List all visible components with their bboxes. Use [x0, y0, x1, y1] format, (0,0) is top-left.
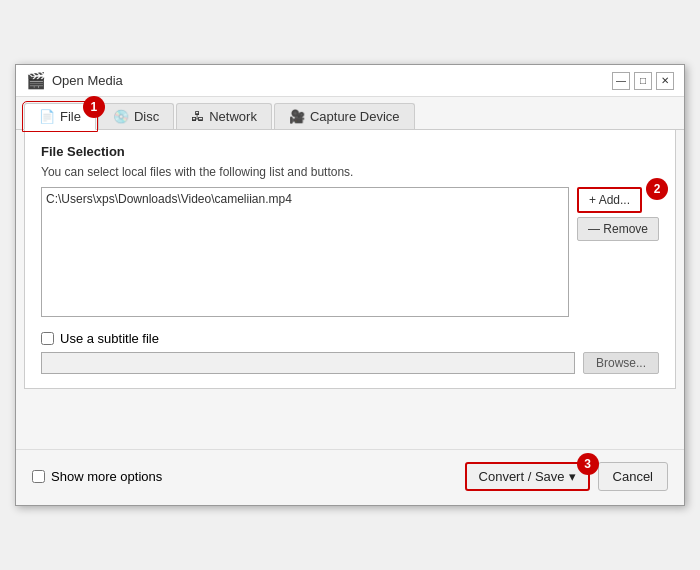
capture-tab-icon: 🎥	[289, 109, 305, 124]
badge-1: 1	[83, 96, 105, 118]
tab-network[interactable]: 🖧 Network	[176, 103, 272, 129]
network-tab-label: Network	[209, 109, 257, 124]
file-path-entry: C:\Users\xps\Downloads\Video\cameliian.m…	[46, 192, 564, 206]
title-bar-left: 🎬 Open Media	[26, 71, 123, 90]
close-button[interactable]: ✕	[656, 72, 674, 90]
open-media-window: 🎬 Open Media — □ ✕ 📄 File 1 💿 Disc 🖧 Net…	[15, 64, 685, 506]
network-tab-icon: 🖧	[191, 109, 204, 124]
convert-save-label: Convert / Save	[479, 469, 565, 484]
show-more-checkbox[interactable]	[32, 470, 45, 483]
bottom-bar: Show more options Convert / Save ▾ 3 Can…	[16, 449, 684, 505]
minimize-button[interactable]: —	[612, 72, 630, 90]
disc-tab-icon: 💿	[113, 109, 129, 124]
tab-file[interactable]: 📄 File 1	[24, 103, 96, 130]
tab-disc[interactable]: 💿 Disc	[98, 103, 174, 129]
capture-tab-label: Capture Device	[310, 109, 400, 124]
title-bar-controls: — □ ✕	[612, 72, 674, 90]
file-tab-icon: 📄	[39, 109, 55, 124]
remove-button[interactable]: — Remove	[577, 217, 659, 241]
add-btn-wrapper: + Add... 2	[577, 187, 659, 213]
subtitle-browse-row: Browse...	[41, 352, 659, 374]
subtitle-checkbox[interactable]	[41, 332, 54, 345]
window-title: Open Media	[52, 73, 123, 88]
subtitle-input[interactable]	[41, 352, 575, 374]
subtitle-checkbox-row: Use a subtitle file	[41, 331, 659, 346]
subtitle-section: Use a subtitle file Browse...	[41, 331, 659, 374]
file-buttons: + Add... 2 — Remove	[577, 187, 659, 241]
show-more-label: Show more options	[51, 469, 162, 484]
section-title: File Selection	[41, 144, 659, 159]
show-more-row: Show more options	[32, 469, 162, 484]
add-button[interactable]: + Add...	[577, 187, 642, 213]
bottom-buttons: Convert / Save ▾ 3 Cancel	[465, 462, 668, 491]
file-tab-label: File	[60, 109, 81, 124]
convert-save-button[interactable]: Convert / Save ▾	[465, 462, 590, 491]
tab-capture[interactable]: 🎥 Capture Device	[274, 103, 415, 129]
disc-tab-label: Disc	[134, 109, 159, 124]
dropdown-arrow: ▾	[569, 469, 576, 484]
badge-3: 3	[577, 453, 599, 475]
subtitle-label: Use a subtitle file	[60, 331, 159, 346]
browse-button[interactable]: Browse...	[583, 352, 659, 374]
section-description: You can select local files with the foll…	[41, 165, 659, 179]
tab-bar: 📄 File 1 💿 Disc 🖧 Network 🎥 Capture Devi…	[16, 97, 684, 130]
file-area: C:\Users\xps\Downloads\Video\cameliian.m…	[41, 187, 659, 317]
convert-btn-wrapper: Convert / Save ▾ 3	[465, 462, 590, 491]
cancel-button[interactable]: Cancel	[598, 462, 668, 491]
app-icon: 🎬	[26, 71, 46, 90]
badge-2: 2	[646, 178, 668, 200]
tab-content: File Selection You can select local file…	[24, 130, 676, 389]
maximize-button[interactable]: □	[634, 72, 652, 90]
file-list[interactable]: C:\Users\xps\Downloads\Video\cameliian.m…	[41, 187, 569, 317]
title-bar: 🎬 Open Media — □ ✕	[16, 65, 684, 97]
